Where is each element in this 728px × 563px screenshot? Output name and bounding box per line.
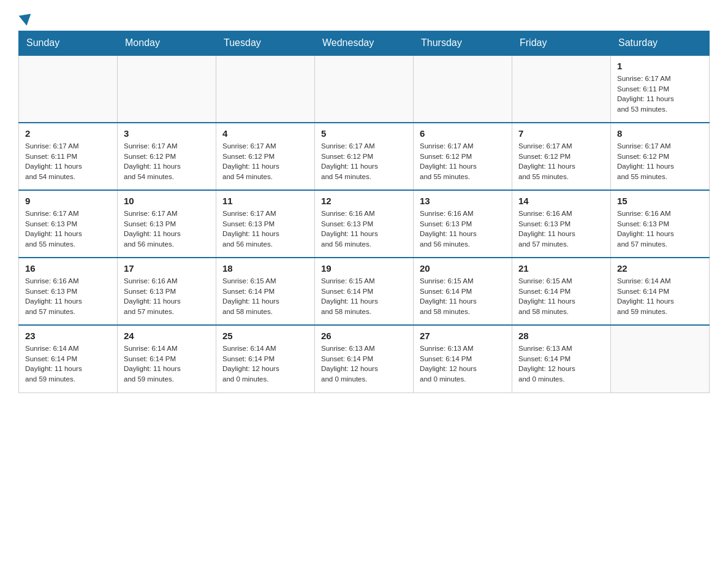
column-header-monday: Monday xyxy=(118,31,216,56)
day-number: 3 xyxy=(124,128,210,139)
calendar-header-row: SundayMondayTuesdayWednesdayThursdayFrid… xyxy=(19,31,710,56)
day-info: Sunrise: 6:17 AM Sunset: 6:11 PM Dayligh… xyxy=(25,141,111,182)
day-number: 19 xyxy=(321,263,407,274)
calendar-cell xyxy=(611,325,710,393)
calendar-cell: 5Sunrise: 6:17 AM Sunset: 6:12 PM Daylig… xyxy=(315,123,414,190)
day-number: 2 xyxy=(25,128,111,139)
day-info: Sunrise: 6:13 AM Sunset: 6:14 PM Dayligh… xyxy=(321,343,407,385)
day-number: 16 xyxy=(25,263,111,274)
day-info: Sunrise: 6:17 AM Sunset: 6:13 PM Dayligh… xyxy=(124,209,210,250)
calendar-cell: 19Sunrise: 6:15 AM Sunset: 6:14 PM Dayli… xyxy=(315,258,414,325)
day-info: Sunrise: 6:17 AM Sunset: 6:12 PM Dayligh… xyxy=(124,141,210,182)
calendar-cell: 24Sunrise: 6:14 AM Sunset: 6:14 PM Dayli… xyxy=(118,325,216,393)
day-number: 1 xyxy=(617,61,703,71)
calendar-cell: 18Sunrise: 6:15 AM Sunset: 6:14 PM Dayli… xyxy=(216,258,315,325)
calendar-cell: 22Sunrise: 6:14 AM Sunset: 6:14 PM Dayli… xyxy=(611,258,710,325)
calendar-cell: 28Sunrise: 6:13 AM Sunset: 6:14 PM Dayli… xyxy=(512,325,611,393)
calendar-cell: 13Sunrise: 6:16 AM Sunset: 6:13 PM Dayli… xyxy=(414,190,512,258)
calendar-cell xyxy=(118,55,216,123)
day-info: Sunrise: 6:16 AM Sunset: 6:13 PM Dayligh… xyxy=(518,209,604,250)
day-info: Sunrise: 6:17 AM Sunset: 6:12 PM Dayligh… xyxy=(222,141,308,182)
day-info: Sunrise: 6:15 AM Sunset: 6:14 PM Dayligh… xyxy=(518,276,604,317)
day-info: Sunrise: 6:13 AM Sunset: 6:14 PM Dayligh… xyxy=(420,343,506,385)
day-info: Sunrise: 6:15 AM Sunset: 6:14 PM Dayligh… xyxy=(420,276,506,317)
day-number: 17 xyxy=(124,263,210,274)
day-number: 14 xyxy=(518,196,604,206)
calendar-cell: 2Sunrise: 6:17 AM Sunset: 6:11 PM Daylig… xyxy=(19,123,118,190)
day-number: 12 xyxy=(321,196,407,206)
day-number: 9 xyxy=(25,196,111,206)
calendar-week-row: 9Sunrise: 6:17 AM Sunset: 6:13 PM Daylig… xyxy=(19,190,710,258)
calendar-cell: 8Sunrise: 6:17 AM Sunset: 6:12 PM Daylig… xyxy=(611,123,710,190)
day-info: Sunrise: 6:16 AM Sunset: 6:13 PM Dayligh… xyxy=(25,276,111,317)
day-info: Sunrise: 6:14 AM Sunset: 6:14 PM Dayligh… xyxy=(222,343,308,385)
day-number: 10 xyxy=(124,196,210,206)
day-info: Sunrise: 6:16 AM Sunset: 6:13 PM Dayligh… xyxy=(420,209,506,250)
logo-triangle-icon xyxy=(19,13,33,26)
day-number: 13 xyxy=(420,196,506,206)
day-number: 6 xyxy=(420,128,506,139)
day-info: Sunrise: 6:16 AM Sunset: 6:13 PM Dayligh… xyxy=(321,209,407,250)
day-number: 22 xyxy=(617,263,703,274)
calendar-cell xyxy=(216,55,315,123)
day-info: Sunrise: 6:14 AM Sunset: 6:14 PM Dayligh… xyxy=(617,276,703,317)
day-number: 4 xyxy=(222,128,308,139)
calendar-cell xyxy=(414,55,512,123)
day-info: Sunrise: 6:16 AM Sunset: 6:13 PM Dayligh… xyxy=(124,276,210,317)
calendar-week-row: 16Sunrise: 6:16 AM Sunset: 6:13 PM Dayli… xyxy=(19,258,710,325)
column-header-tuesday: Tuesday xyxy=(216,31,315,56)
calendar-week-row: 23Sunrise: 6:14 AM Sunset: 6:14 PM Dayli… xyxy=(19,325,710,393)
day-number: 28 xyxy=(518,331,604,341)
day-number: 21 xyxy=(518,263,604,274)
day-info: Sunrise: 6:14 AM Sunset: 6:14 PM Dayligh… xyxy=(25,343,111,385)
calendar-cell: 9Sunrise: 6:17 AM Sunset: 6:13 PM Daylig… xyxy=(19,190,118,258)
calendar-cell: 10Sunrise: 6:17 AM Sunset: 6:13 PM Dayli… xyxy=(118,190,216,258)
day-number: 20 xyxy=(420,263,506,274)
calendar-cell: 3Sunrise: 6:17 AM Sunset: 6:12 PM Daylig… xyxy=(118,123,216,190)
logo xyxy=(18,15,33,26)
calendar-cell: 21Sunrise: 6:15 AM Sunset: 6:14 PM Dayli… xyxy=(512,258,611,325)
day-info: Sunrise: 6:17 AM Sunset: 6:12 PM Dayligh… xyxy=(518,141,604,182)
column-header-saturday: Saturday xyxy=(611,31,710,56)
day-info: Sunrise: 6:17 AM Sunset: 6:13 PM Dayligh… xyxy=(222,209,308,250)
calendar-cell: 14Sunrise: 6:16 AM Sunset: 6:13 PM Dayli… xyxy=(512,190,611,258)
calendar-week-row: 1Sunrise: 6:17 AM Sunset: 6:11 PM Daylig… xyxy=(19,55,710,123)
day-number: 24 xyxy=(124,331,210,341)
calendar-cell: 7Sunrise: 6:17 AM Sunset: 6:12 PM Daylig… xyxy=(512,123,611,190)
calendar-cell: 27Sunrise: 6:13 AM Sunset: 6:14 PM Dayli… xyxy=(414,325,512,393)
column-header-thursday: Thursday xyxy=(414,31,512,56)
day-number: 15 xyxy=(617,196,703,206)
column-header-sunday: Sunday xyxy=(19,31,118,56)
day-info: Sunrise: 6:17 AM Sunset: 6:12 PM Dayligh… xyxy=(321,141,407,182)
day-number: 11 xyxy=(222,196,308,206)
calendar-cell: 11Sunrise: 6:17 AM Sunset: 6:13 PM Dayli… xyxy=(216,190,315,258)
day-number: 27 xyxy=(420,331,506,341)
calendar-cell xyxy=(512,55,611,123)
day-number: 18 xyxy=(222,263,308,274)
column-header-friday: Friday xyxy=(512,31,611,56)
calendar-cell: 20Sunrise: 6:15 AM Sunset: 6:14 PM Dayli… xyxy=(414,258,512,325)
day-info: Sunrise: 6:13 AM Sunset: 6:14 PM Dayligh… xyxy=(518,343,604,385)
day-info: Sunrise: 6:17 AM Sunset: 6:11 PM Dayligh… xyxy=(617,74,703,115)
day-info: Sunrise: 6:17 AM Sunset: 6:13 PM Dayligh… xyxy=(25,209,111,250)
column-header-wednesday: Wednesday xyxy=(315,31,414,56)
calendar-cell: 4Sunrise: 6:17 AM Sunset: 6:12 PM Daylig… xyxy=(216,123,315,190)
calendar-cell: 12Sunrise: 6:16 AM Sunset: 6:13 PM Dayli… xyxy=(315,190,414,258)
day-number: 5 xyxy=(321,128,407,139)
day-number: 8 xyxy=(617,128,703,139)
calendar-week-row: 2Sunrise: 6:17 AM Sunset: 6:11 PM Daylig… xyxy=(19,123,710,190)
calendar-table: SundayMondayTuesdayWednesdayThursdayFrid… xyxy=(18,31,710,393)
calendar-cell xyxy=(315,55,414,123)
day-number: 26 xyxy=(321,331,407,341)
day-number: 25 xyxy=(222,331,308,341)
calendar-cell: 16Sunrise: 6:16 AM Sunset: 6:13 PM Dayli… xyxy=(19,258,118,325)
day-info: Sunrise: 6:15 AM Sunset: 6:14 PM Dayligh… xyxy=(222,276,308,317)
calendar-cell: 26Sunrise: 6:13 AM Sunset: 6:14 PM Dayli… xyxy=(315,325,414,393)
calendar-cell: 17Sunrise: 6:16 AM Sunset: 6:13 PM Dayli… xyxy=(118,258,216,325)
calendar-cell: 25Sunrise: 6:14 AM Sunset: 6:14 PM Dayli… xyxy=(216,325,315,393)
calendar-cell: 6Sunrise: 6:17 AM Sunset: 6:12 PM Daylig… xyxy=(414,123,512,190)
day-info: Sunrise: 6:17 AM Sunset: 6:12 PM Dayligh… xyxy=(420,141,506,182)
day-info: Sunrise: 6:15 AM Sunset: 6:14 PM Dayligh… xyxy=(321,276,407,317)
day-info: Sunrise: 6:14 AM Sunset: 6:14 PM Dayligh… xyxy=(124,343,210,385)
calendar-cell xyxy=(19,55,118,123)
